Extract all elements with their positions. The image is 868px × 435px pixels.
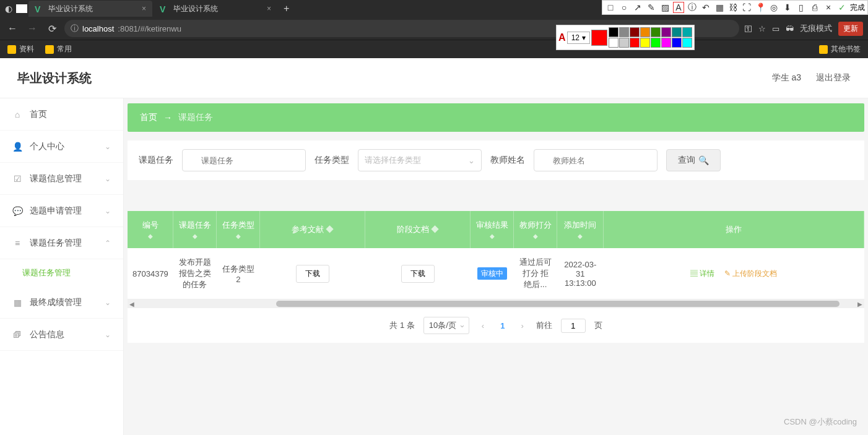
detail-link[interactable]: ▤ 详情 (690, 269, 714, 278)
cell-status: 审核中 (471, 248, 514, 299)
sidebar: ⌂首页 👤个人中心⌄ ☑课题信息管理⌄ 💬选题申请管理⌄ ≡课题任务管理⌃ 课题… (0, 98, 124, 435)
color-swatch[interactable] (682, 27, 692, 37)
col-status[interactable]: 审核结果◆ (471, 211, 514, 248)
color-swatch[interactable] (640, 38, 650, 48)
download-ref-button[interactable]: 下载 (296, 265, 329, 283)
bookmark-item[interactable]: 常用 (45, 44, 72, 54)
undo-icon[interactable]: ↶ (700, 2, 711, 13)
cancel-icon[interactable]: × (823, 2, 834, 13)
total-label: 共 1 条 (389, 320, 414, 331)
color-swatch[interactable] (630, 27, 640, 37)
new-tab-button[interactable]: + (279, 3, 294, 14)
done-label[interactable]: 完成 (850, 2, 865, 13)
color-swatch[interactable] (640, 27, 650, 37)
sidebar-item-topic-task[interactable]: ≡课题任务管理⌃ (0, 227, 123, 259)
color-swatch[interactable] (672, 38, 682, 48)
col-ref[interactable]: 参考文献 ◆ (260, 211, 365, 248)
color-swatch[interactable] (672, 27, 682, 37)
sort-icon: ◆ (431, 225, 439, 234)
pen-icon[interactable]: ✎ (646, 2, 657, 13)
tab-title: 毕业设计系统 (48, 4, 93, 14)
sidebar-item-notice[interactable]: 🗊公告信息⌄ (0, 319, 123, 351)
window-icon[interactable] (16, 4, 27, 13)
download-icon[interactable]: ⬇ (782, 2, 793, 13)
color-swatch[interactable] (619, 38, 629, 48)
link-icon[interactable]: ⛓ (727, 2, 739, 13)
user-label: 学生 a3 (772, 72, 801, 84)
grid-icon[interactable]: ▦ (714, 2, 725, 13)
col-type[interactable]: 任务类型◆ (217, 211, 260, 248)
incognito-icon: 🕶 (786, 24, 794, 33)
info-icon[interactable]: ⓘ (687, 2, 698, 13)
bookmark-item[interactable]: 资料 (7, 44, 34, 54)
save-icon[interactable]: ⎙ (809, 2, 820, 13)
teacher-input[interactable] (534, 149, 658, 171)
circle-icon[interactable]: ○ (618, 2, 630, 13)
selected-color-swatch[interactable] (591, 30, 607, 46)
upload-link[interactable]: ✎ 上传阶段文档 (724, 269, 777, 278)
color-swatch[interactable] (609, 38, 618, 48)
expand-icon[interactable]: ⛶ (741, 2, 752, 13)
copy-icon: 🗊 (12, 330, 22, 340)
address-bar: ← → ⟳ ⓘ localhost:8081/#/ketirenwu ⚿ ☆ ▭… (0, 17, 868, 40)
text-icon[interactable]: A (673, 2, 684, 13)
pagination: 共 1 条 10条/页 ‹ 1 › 前往 页 (128, 308, 864, 343)
back-button[interactable]: ← (5, 21, 20, 36)
font-size-select[interactable]: 12 ▾ (567, 32, 590, 44)
col-id[interactable]: 编号◆ (128, 211, 173, 248)
pin-icon[interactable]: 📍 (755, 2, 766, 13)
color-swatch[interactable] (661, 38, 671, 48)
target-icon[interactable]: ◎ (768, 2, 779, 13)
col-time[interactable]: 添加时间◆ (557, 211, 604, 248)
breadcrumb-home[interactable]: 首页 (140, 112, 157, 123)
color-swatch[interactable] (609, 27, 618, 37)
browser-tab-2[interactable]: V 毕业设计系统 × (154, 1, 277, 17)
goto-input[interactable] (561, 319, 586, 333)
sidebar-item-topic-apply[interactable]: 💬选题申请管理⌄ (0, 195, 123, 227)
confirm-icon[interactable]: ✓ (836, 2, 848, 13)
color-swatch[interactable] (619, 27, 629, 37)
globe-icon[interactable]: ◐ (2, 2, 15, 15)
sidebar-item-topic-info[interactable]: ☑课题信息管理⌄ (0, 163, 123, 195)
reader-icon[interactable]: ▭ (772, 24, 779, 33)
forward-button[interactable]: → (25, 21, 40, 36)
col-doc[interactable]: 阶段文档 ◆ (365, 211, 471, 248)
sidebar-item-profile[interactable]: 👤个人中心⌄ (0, 131, 123, 163)
page-number[interactable]: 1 (497, 321, 508, 330)
horizontal-scrollbar[interactable]: ◀ ▶ (128, 299, 864, 308)
type-select[interactable]: 请选择任务类型 (358, 149, 482, 171)
close-icon[interactable]: × (142, 4, 146, 13)
color-swatch[interactable] (651, 38, 661, 48)
prev-page-button[interactable]: ‹ (478, 321, 488, 330)
sidebar-item-home[interactable]: ⌂首页 (0, 98, 123, 131)
logout-link[interactable]: 退出登录 (816, 72, 851, 84)
color-swatch[interactable] (682, 38, 692, 48)
download-doc-button[interactable]: 下载 (401, 265, 435, 283)
arrow-icon[interactable]: ↗ (632, 2, 643, 13)
browser-tab-1[interactable]: V 毕业设计系统 × (28, 1, 152, 17)
update-button[interactable]: 更新 (838, 22, 863, 36)
color-swatch[interactable] (651, 27, 661, 37)
key-icon[interactable]: ⚿ (744, 24, 752, 33)
close-icon[interactable]: × (267, 4, 271, 13)
color-swatch[interactable] (661, 27, 671, 37)
task-input[interactable] (182, 149, 306, 171)
col-task[interactable]: 课题任务◆ (173, 211, 217, 248)
page-size-select[interactable]: 10条/页 (423, 317, 469, 334)
star-icon[interactable]: ☆ (758, 24, 766, 33)
scroll-right-icon[interactable]: ▶ (856, 301, 864, 308)
next-page-button[interactable]: › (517, 321, 527, 330)
sidebar-submenu-topic-task[interactable]: 课题任务管理 (0, 259, 123, 286)
cell-time: 2022-03-31 13:13:00 (557, 248, 604, 299)
device-icon[interactable]: ▯ (796, 2, 807, 13)
scroll-thumb[interactable] (276, 301, 840, 307)
query-button[interactable]: 查询🔍 (666, 149, 721, 171)
bookmark-other[interactable]: 其他书签 (819, 44, 861, 54)
col-score[interactable]: 教师打分◆ (514, 211, 557, 248)
scroll-left-icon[interactable]: ◀ (128, 301, 136, 308)
rect-icon[interactable]: □ (605, 2, 616, 13)
mosaic-icon[interactable]: ▨ (659, 2, 671, 13)
reload-button[interactable]: ⟳ (45, 21, 59, 36)
sidebar-item-final-score[interactable]: ▦最终成绩管理⌄ (0, 286, 123, 319)
color-swatch[interactable] (630, 38, 640, 48)
